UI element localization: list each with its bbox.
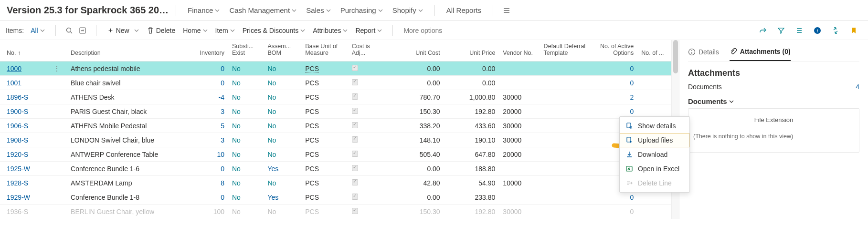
nav-shopify[interactable]: Shopify — [388, 6, 428, 14]
row-menu-icon[interactable] — [50, 205, 67, 219]
more-options[interactable]: More options — [400, 27, 446, 34]
cell-substitute[interactable]: No — [228, 104, 264, 119]
menu-home[interactable]: Home — [179, 27, 211, 34]
cell-assembly-bom[interactable]: No — [264, 119, 302, 133]
cell-active-options[interactable]: 0 — [591, 205, 637, 219]
cell-inventory[interactable]: 3 — [189, 104, 228, 119]
cell-substitute[interactable]: No — [228, 133, 264, 147]
menu-prices[interactable]: Prices & Discounts — [239, 27, 309, 34]
cell-no[interactable]: 1906-S — [0, 119, 50, 133]
row-menu-icon[interactable] — [50, 76, 67, 90]
row-menu-icon[interactable] — [50, 104, 67, 119]
table-row[interactable]: 1928-SAMSTERDAM Lamp8NoNoPCS42.8054.9010… — [0, 176, 671, 190]
cell-assembly-bom[interactable]: No — [264, 90, 302, 104]
new-button[interactable]: ＋New — [103, 26, 143, 35]
scroll-thumb[interactable] — [673, 40, 678, 73]
search-icon[interactable] — [63, 24, 76, 37]
tab-attachments[interactable]: Attachments (0) — [730, 46, 791, 61]
ctx-show-details[interactable]: Show details — [620, 119, 689, 133]
table-row[interactable]: 1001Blue chair swivel0NoNoPCS0.000.000 — [0, 76, 671, 90]
menu-item[interactable]: Item — [212, 27, 239, 34]
cell-substitute[interactable]: No — [228, 162, 264, 176]
col-unit-cost[interactable]: Unit Cost — [380, 40, 444, 62]
cell-inventory[interactable]: 0 — [189, 162, 228, 176]
nav-sales[interactable]: Sales — [301, 6, 336, 14]
col-description[interactable]: Description — [67, 40, 189, 62]
cell-inventory[interactable]: 8 — [189, 176, 228, 190]
funnel-filter-icon[interactable] — [774, 24, 788, 37]
analysis-icon[interactable] — [76, 24, 89, 37]
cell-no[interactable]: 1000 — [0, 62, 50, 76]
row-menu-icon[interactable]: ⋮ — [50, 62, 67, 76]
cell-no[interactable]: 1001 — [0, 76, 50, 90]
row-menu-icon[interactable] — [50, 119, 67, 133]
table-row[interactable]: 1929-WConference Bundle 1-80NoYesPCS0.00… — [0, 190, 671, 205]
bookmark-icon[interactable] — [847, 24, 860, 37]
cell-no[interactable]: 1908-S — [0, 133, 50, 147]
cell-substitute[interactable]: No — [228, 119, 264, 133]
cell-assembly-bom[interactable]: Yes — [264, 190, 302, 205]
cell-assembly-bom[interactable]: No — [264, 133, 302, 147]
cell-active-options[interactable]: 2 — [591, 90, 637, 104]
table-row[interactable]: 1908-SLONDON Swivel Chair, blue3NoNoPCS1… — [0, 133, 671, 147]
cell-inventory[interactable]: 5 — [189, 119, 228, 133]
cell-inventory[interactable]: 10 — [189, 147, 228, 162]
cell-no[interactable]: 1936-S — [0, 205, 50, 219]
cell-no[interactable]: 1929-W — [0, 190, 50, 205]
table-row[interactable]: 1896-SATHENS Desk-4NoNoPCS780.701,000.80… — [0, 90, 671, 104]
ctx-open-excel[interactable]: Open in Excel — [620, 162, 689, 176]
col-base-uom[interactable]: Base Unit of Measure — [301, 40, 348, 62]
menu-attributes[interactable]: Attributes — [309, 27, 351, 34]
cell-substitute[interactable]: No — [228, 147, 264, 162]
filter-all[interactable]: All — [27, 27, 49, 34]
cell-inventory[interactable]: 100 — [189, 205, 228, 219]
cell-substitute[interactable]: No — [228, 62, 264, 76]
col-vendor-no[interactable]: Vendor No. — [499, 40, 540, 62]
menu-report[interactable]: Report — [351, 27, 386, 34]
cell-no[interactable]: 1896-S — [0, 90, 50, 104]
ctx-upload-files[interactable]: Upload files — [620, 133, 689, 147]
share-icon[interactable] — [756, 24, 770, 37]
cell-assembly-bom[interactable]: No — [264, 205, 302, 219]
col-cost-adjusted[interactable]: Cost is Adj... — [348, 40, 380, 62]
col-active-options[interactable]: No. of Active Options — [591, 40, 637, 62]
cell-substitute[interactable]: No — [228, 76, 264, 90]
table-row[interactable]: 1000⋮Athens pedestal mobile0NoNoPCS0.000… — [0, 62, 671, 76]
col-assembly-bom[interactable]: Assem... BOM — [264, 40, 302, 62]
cell-no[interactable]: 1900-S — [0, 104, 50, 119]
cell-substitute[interactable]: No — [228, 176, 264, 190]
table-row[interactable]: 1920-SANTWERP Conference Table10NoNoPCS5… — [0, 147, 671, 162]
col-inventory[interactable]: Inventory — [189, 40, 228, 62]
ctx-download[interactable]: Download — [620, 147, 689, 162]
cell-no[interactable]: 1928-S — [0, 176, 50, 190]
cell-substitute[interactable]: No — [228, 205, 264, 219]
section-documents[interactable]: Documents — [688, 97, 859, 105]
row-menu-icon[interactable] — [50, 90, 67, 104]
cell-active-options[interactable]: 0 — [591, 76, 637, 90]
cell-assembly-bom[interactable]: No — [264, 104, 302, 119]
row-menu-icon[interactable] — [50, 162, 67, 176]
table-row[interactable]: 1925-WConference Bundle 1-60NoYesPCS0.00… — [0, 162, 671, 176]
cell-no[interactable]: 1925-W — [0, 162, 50, 176]
cell-inventory[interactable]: 0 — [189, 76, 228, 90]
col-no[interactable]: No. ↑ — [0, 40, 50, 62]
cell-substitute[interactable]: No — [228, 90, 264, 104]
cell-inventory[interactable]: -4 — [189, 90, 228, 104]
cell-substitute[interactable]: No — [228, 190, 264, 205]
col-file-extension[interactable]: File Extension — [693, 113, 854, 130]
row-menu-icon[interactable] — [50, 190, 67, 205]
cell-assembly-bom[interactable]: No — [264, 176, 302, 190]
table-row[interactable]: 1906-SATHENS Mobile Pedestal5NoNoPCS338.… — [0, 119, 671, 133]
row-menu-icon[interactable] — [50, 147, 67, 162]
cell-no[interactable]: 1920-S — [0, 147, 50, 162]
nav-cash-management[interactable]: Cash Management — [224, 6, 301, 14]
nav-purchasing[interactable]: Purchasing — [336, 6, 388, 14]
cell-assembly-bom[interactable]: No — [264, 62, 302, 76]
collapse-icon[interactable] — [829, 24, 842, 37]
nav-finance[interactable]: Finance — [183, 6, 224, 14]
list-view-icon[interactable] — [793, 24, 806, 37]
col-unit-price[interactable]: Unit Price — [444, 40, 499, 62]
cell-assembly-bom[interactable]: No — [264, 76, 302, 90]
row-menu-icon[interactable] — [50, 176, 67, 190]
cell-inventory[interactable]: 0 — [189, 62, 228, 76]
